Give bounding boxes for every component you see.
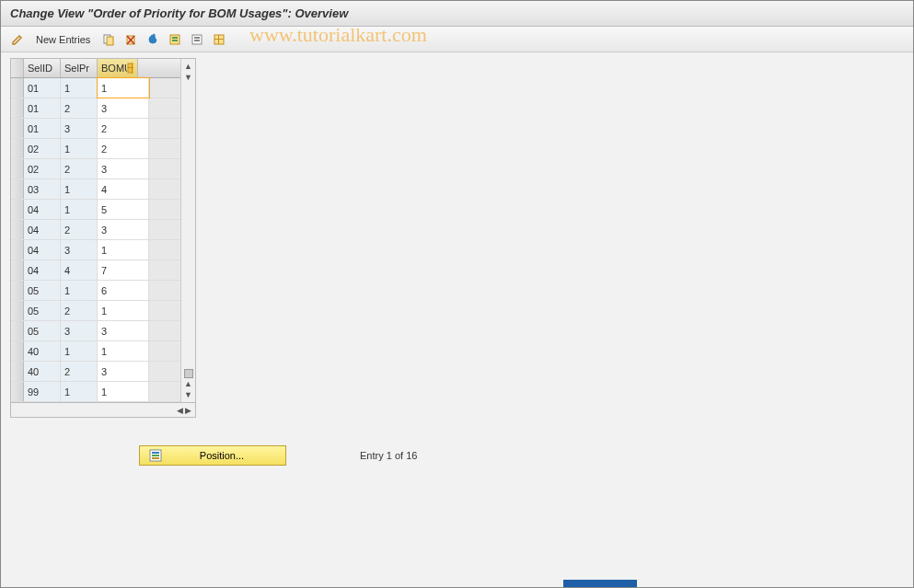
cell-bomusg[interactable]: 3	[98, 321, 149, 340]
horizontal-scrollbar[interactable]: ◀ ▶	[10, 403, 196, 418]
row-selector[interactable]	[11, 341, 24, 361]
row-selector[interactable]	[11, 220, 24, 239]
cell-selpr: 1	[61, 78, 98, 98]
col-header-selid[interactable]: SelID	[24, 59, 61, 77]
row-selector-header[interactable]	[11, 59, 24, 77]
cell-bomusg[interactable]: 3	[98, 362, 149, 381]
col-header-selpr[interactable]: SelPr	[61, 59, 98, 77]
cell-bomusg[interactable]: 2	[98, 139, 149, 158]
cell-selpr: 1	[61, 382, 98, 401]
cell-bomusg[interactable]: 3	[98, 159, 149, 179]
scroll-down-icon[interactable]: ▼	[183, 72, 193, 83]
copy-icon[interactable]	[99, 30, 118, 49]
cell-selpr: 3	[61, 321, 98, 340]
cell-selpr: 2	[61, 362, 98, 381]
svg-rect-18	[152, 457, 159, 459]
cell-selpr: 4	[61, 260, 98, 280]
row-selector[interactable]	[11, 260, 24, 280]
table-row: 4011	[11, 341, 180, 362]
undo-icon[interactable]	[144, 30, 162, 49]
row-selector[interactable]	[11, 321, 24, 340]
table-row: 0516	[11, 281, 180, 301]
cell-selid: 05	[24, 321, 61, 340]
watermark: www.tutorialkart.com	[249, 23, 427, 47]
table-config-icon[interactable]	[127, 63, 133, 74]
cell-selpr: 2	[61, 159, 98, 179]
row-selector[interactable]	[11, 139, 24, 158]
table-body: 0111012301320212022303140415042304310447…	[11, 78, 180, 402]
page-title: Change View "Order of Priority for BOM U…	[10, 6, 348, 20]
scroll-thumb[interactable]	[184, 369, 193, 378]
cell-bomusg[interactable]: 3	[98, 220, 149, 239]
svg-rect-17	[152, 455, 159, 456]
row-selector[interactable]	[11, 362, 24, 381]
cell-bomusg[interactable]: 1	[98, 382, 149, 401]
table-row: 0212	[11, 139, 180, 159]
row-selector[interactable]	[11, 98, 24, 118]
row-selector[interactable]	[11, 240, 24, 259]
vertical-scrollbar[interactable]: ▲ ▼ ▲▼	[180, 59, 195, 402]
cell-bomusg[interactable]: 1	[98, 341, 149, 361]
cell-bomusg[interactable]: 1	[98, 301, 149, 320]
scroll-up-bottom-icon[interactable]: ▲	[183, 378, 193, 389]
row-selector[interactable]	[11, 382, 24, 401]
select-all-icon[interactable]	[166, 30, 184, 49]
cell-selpr: 1	[61, 341, 98, 361]
cell-bomusg[interactable]: 7	[98, 260, 149, 280]
svg-rect-1	[107, 37, 113, 45]
row-selector[interactable]	[11, 200, 24, 219]
cell-selid: 40	[24, 341, 61, 361]
cell-selid: 02	[24, 139, 61, 158]
deselect-all-icon[interactable]	[188, 30, 206, 49]
cell-bomusg[interactable]: 4	[98, 179, 149, 199]
scroll-down-bottom-icon[interactable]: ▼	[183, 389, 193, 400]
row-selector[interactable]	[11, 119, 24, 138]
cell-selpr: 1	[61, 139, 98, 158]
cell-selpr: 2	[61, 98, 98, 118]
row-selector[interactable]	[11, 78, 24, 98]
svg-rect-11	[218, 35, 219, 44]
cell-selid: 04	[24, 200, 61, 219]
cell-selid: 40	[24, 362, 61, 381]
bottom-accent	[563, 580, 637, 587]
table-row: 0447	[11, 260, 180, 281]
table-row: 4023	[11, 362, 180, 382]
svg-rect-13	[128, 67, 133, 68]
cell-selpr: 1	[61, 281, 98, 300]
position-icon	[149, 449, 162, 462]
row-selector[interactable]	[11, 281, 24, 300]
scroll-up-icon[interactable]: ▲	[183, 61, 193, 72]
cell-bomusg[interactable]: 1	[98, 240, 149, 259]
cell-selid: 04	[24, 260, 61, 280]
cell-selpr: 1	[61, 200, 98, 219]
table-header: SelID SelPr BOMUsg	[11, 59, 180, 78]
position-button[interactable]: Position...	[139, 445, 286, 466]
row-selector[interactable]	[11, 301, 24, 320]
table-row: 9911	[11, 382, 180, 402]
svg-rect-4	[172, 37, 178, 39]
table-settings-icon[interactable]	[210, 30, 228, 49]
delete-icon[interactable]	[121, 30, 140, 49]
edit-icon[interactable]	[8, 30, 27, 49]
cell-selid: 03	[24, 179, 61, 199]
scroll-right-icon[interactable]: ▶	[185, 406, 191, 415]
cell-bomusg[interactable]: 6	[98, 281, 149, 300]
svg-rect-14	[132, 63, 133, 73]
col-header-bomusg[interactable]: BOMUsg	[98, 59, 138, 77]
new-entries-button[interactable]: New Entries	[30, 34, 96, 45]
svg-rect-8	[194, 40, 200, 41]
cell-bomusg[interactable]: 3	[98, 98, 149, 118]
cell-bomusg[interactable]: 2	[98, 119, 149, 138]
row-selector[interactable]	[11, 179, 24, 199]
svg-rect-16	[152, 452, 159, 454]
table-row: 0423	[11, 220, 180, 240]
cell-bomusg[interactable]: 1	[98, 78, 149, 98]
title-bar: Change View "Order of Priority for BOM U…	[1, 1, 913, 27]
table-row: 0521	[11, 301, 180, 321]
cell-bomusg[interactable]: 5	[98, 200, 149, 219]
table-row: 0415	[11, 200, 180, 220]
row-selector[interactable]	[11, 159, 24, 179]
table-row: 0223	[11, 159, 180, 179]
scroll-left-icon[interactable]: ◀	[177, 406, 183, 415]
cell-selid: 99	[24, 382, 61, 401]
